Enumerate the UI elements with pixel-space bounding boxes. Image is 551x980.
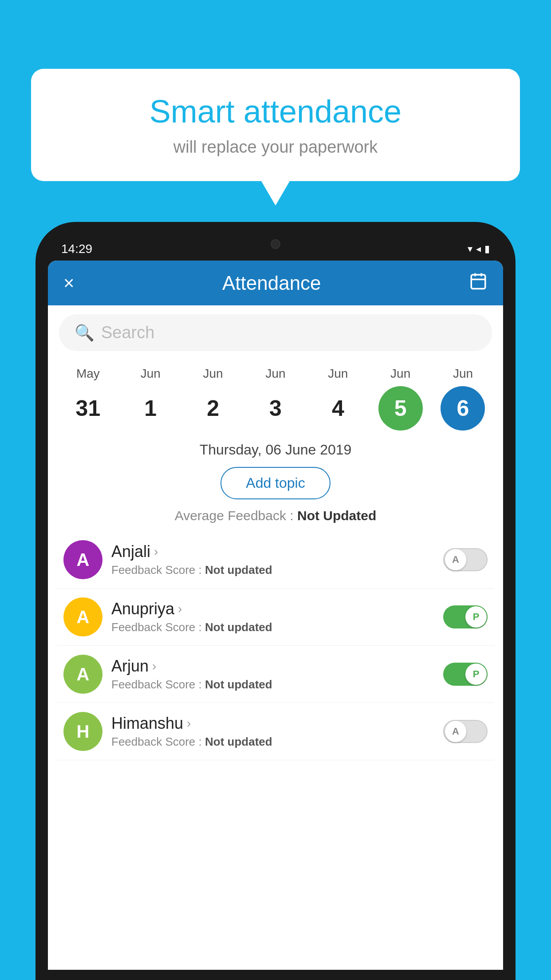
battery-icon: ▮ xyxy=(484,243,490,255)
app-header: × Attendance xyxy=(48,261,503,305)
calendar-day[interactable]: Jun6 xyxy=(436,367,489,431)
notch xyxy=(249,233,302,255)
cal-date-number[interactable]: 31 xyxy=(66,386,110,431)
calendar-day[interactable]: Jun2 xyxy=(186,367,240,431)
student-info: Himanshu ›Feedback Score : Not updated xyxy=(111,714,434,749)
chevron-right-icon: › xyxy=(187,716,191,731)
attendance-toggle[interactable]: P xyxy=(443,605,488,628)
status-bar: 14:29 ▾ ◂ ▮ xyxy=(48,235,503,261)
attendance-toggle[interactable]: A xyxy=(443,548,488,571)
student-feedback: Feedback Score : Not updated xyxy=(111,620,434,634)
student-info: Anjali ›Feedback Score : Not updated xyxy=(111,542,434,577)
list-item[interactable]: AAnupriya ›Feedback Score : Not updatedP xyxy=(57,589,494,646)
calendar-day[interactable]: Jun3 xyxy=(249,367,302,431)
close-button[interactable]: × xyxy=(63,273,75,294)
chevron-right-icon: › xyxy=(178,602,182,616)
list-item[interactable]: HHimanshu ›Feedback Score : Not updatedA xyxy=(57,703,494,760)
cal-date-number[interactable]: 6 xyxy=(441,386,485,431)
cal-date-number[interactable]: 5 xyxy=(378,386,423,431)
student-list: AAnjali ›Feedback Score : Not updatedAAA… xyxy=(48,531,503,760)
calendar-day[interactable]: Jun1 xyxy=(124,367,177,431)
chevron-right-icon: › xyxy=(154,545,158,559)
wifi-icon: ▾ xyxy=(468,243,472,255)
list-item[interactable]: AArjun ›Feedback Score : Not updatedP xyxy=(57,646,494,703)
avg-feedback: Average Feedback : Not Updated xyxy=(48,506,503,531)
list-item[interactable]: AAnjali ›Feedback Score : Not updatedA xyxy=(57,531,494,589)
avatar: A xyxy=(63,597,102,636)
student-feedback: Feedback Score : Not updated xyxy=(111,735,434,749)
calendar-row: May31Jun1Jun2Jun3Jun4Jun5Jun6 xyxy=(48,360,503,433)
add-topic-button[interactable]: Add topic xyxy=(220,467,330,499)
toggle-knob: A xyxy=(445,721,466,742)
svg-rect-0 xyxy=(471,275,485,289)
notch-camera xyxy=(271,239,280,249)
cal-date-number[interactable]: 1 xyxy=(128,386,173,431)
student-name: Himanshu › xyxy=(111,714,434,733)
cal-month-label: Jun xyxy=(453,367,473,381)
avatar: H xyxy=(63,712,102,751)
cal-month-label: Jun xyxy=(203,367,223,381)
avatar: A xyxy=(63,540,102,579)
student-info: Arjun ›Feedback Score : Not updated xyxy=(111,657,434,692)
cal-date-number[interactable]: 4 xyxy=(316,386,360,431)
speech-bubble: Smart attendance will replace your paper… xyxy=(31,69,520,181)
search-icon: 🔍 xyxy=(75,324,94,342)
cal-month-label: Jun xyxy=(328,367,348,381)
search-placeholder: Search xyxy=(101,323,154,342)
student-name: Arjun › xyxy=(111,657,434,676)
status-icons: ▾ ◂ ▮ xyxy=(468,243,490,255)
toggle-knob: A xyxy=(445,549,466,570)
calendar-day[interactable]: Jun5 xyxy=(374,367,427,431)
cal-date-number[interactable]: 3 xyxy=(253,386,298,431)
chevron-right-icon: › xyxy=(152,659,156,673)
signal-icon: ◂ xyxy=(476,243,481,255)
phone-frame: 14:29 ▾ ◂ ▮ × Attendance xyxy=(35,222,516,980)
phone-screen: × Attendance 🔍 Search May31Jun1Jun2Jun3J… xyxy=(48,261,503,970)
student-feedback: Feedback Score : Not updated xyxy=(111,678,434,692)
add-topic-container: Add topic xyxy=(48,465,503,506)
student-feedback: Feedback Score : Not updated xyxy=(111,563,434,577)
cal-month-label: Jun xyxy=(390,367,410,381)
bubble-title: Smart attendance xyxy=(58,93,493,130)
avatar: A xyxy=(63,655,102,694)
selected-date: Thursday, 06 June 2019 xyxy=(48,433,503,465)
attendance-toggle[interactable]: P xyxy=(443,663,488,686)
search-bar[interactable]: 🔍 Search xyxy=(59,314,492,351)
student-info: Anupriya ›Feedback Score : Not updated xyxy=(111,600,434,634)
toggle-knob: P xyxy=(465,606,487,628)
status-time: 14:29 xyxy=(61,242,92,256)
cal-month-label: Jun xyxy=(265,367,285,381)
calendar-icon[interactable] xyxy=(469,272,488,294)
student-name: Anupriya › xyxy=(111,600,434,618)
toggle-knob: P xyxy=(465,664,487,685)
header-title: Attendance xyxy=(222,272,321,294)
student-name: Anjali › xyxy=(111,542,434,561)
cal-date-number[interactable]: 2 xyxy=(191,386,235,431)
cal-month-label: Jun xyxy=(141,367,161,381)
attendance-toggle[interactable]: A xyxy=(443,720,488,743)
cal-month-label: May xyxy=(76,367,100,381)
calendar-day[interactable]: Jun4 xyxy=(311,367,365,431)
bubble-subtitle: will replace your paperwork xyxy=(58,138,493,157)
calendar-day[interactable]: May31 xyxy=(61,367,114,431)
